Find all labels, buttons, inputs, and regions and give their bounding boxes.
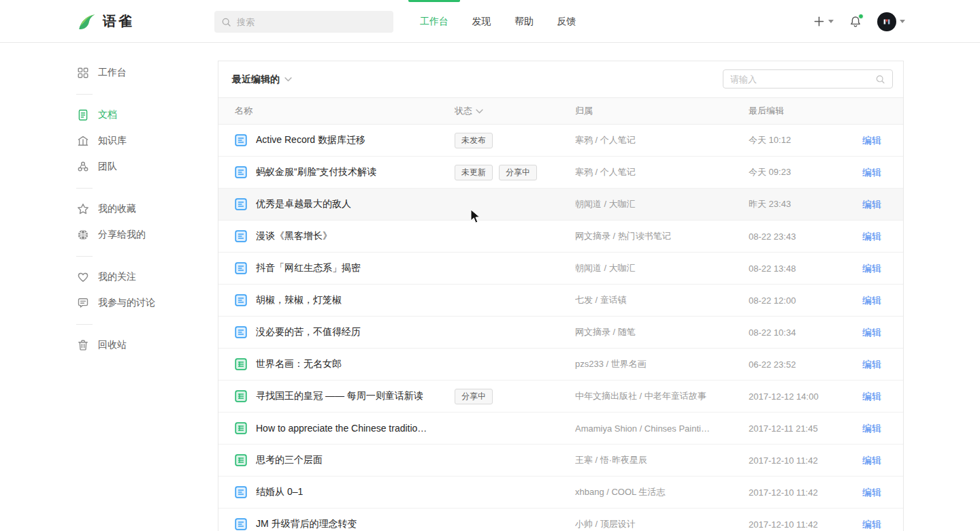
notifications-button[interactable]	[849, 15, 862, 29]
table-row[interactable]: 抖音「网红生态系」揭密 朝闻道 / 大咖汇 08-22 13:48 编辑	[218, 253, 903, 285]
column-header-status-label: 状态	[455, 105, 472, 117]
column-header-edited: 最后编辑	[749, 105, 862, 117]
account-menu[interactable]	[877, 12, 905, 31]
edit-link[interactable]: 编辑	[862, 199, 881, 210]
table-row[interactable]: 漫谈《黑客增长》 网文摘录 / 热门读书笔记 08-22 23:43 编辑	[218, 221, 903, 253]
doc-title[interactable]: 思考的三个层面	[256, 454, 323, 466]
sidebar-item-label: 我的收藏	[98, 203, 136, 215]
nav-tab-discover[interactable]: 发现	[472, 0, 491, 43]
sidebar-item-teams[interactable]: 团队	[76, 154, 206, 180]
doc-icon	[235, 486, 247, 498]
edit-link[interactable]: 编辑	[862, 391, 881, 402]
panel-search[interactable]	[723, 69, 893, 88]
sidebar-item-trash[interactable]: 回收站	[76, 332, 206, 358]
sidebar-item-following[interactable]: 我的关注	[76, 264, 206, 290]
logo-text: 语雀	[103, 12, 134, 31]
status-badge: 分享中	[455, 389, 493, 404]
sheet-icon	[235, 390, 247, 402]
edit-link[interactable]: 编辑	[862, 295, 881, 306]
sidebar-item-docs[interactable]: 文档	[76, 102, 206, 128]
table-row[interactable]: 没必要的苦，不值得经历 网文摘录 / 随笔 08-22 10:34 编辑	[218, 317, 903, 349]
edited-text: 2017-12-12 14:00	[749, 391, 862, 402]
header-search-input[interactable]	[237, 17, 373, 27]
edit-link[interactable]: 编辑	[862, 487, 881, 498]
edit-link[interactable]: 编辑	[862, 455, 881, 466]
docs-panel: 最近编辑的 名称 状态 归属 最后编辑 Active Record 数据库迁移 …	[218, 61, 904, 531]
sheet-icon	[235, 422, 247, 434]
doc-title[interactable]: 寻找国王的皇冠 —— 每周一则童话新读	[256, 390, 423, 402]
logo[interactable]: 语雀	[76, 0, 134, 43]
table-row[interactable]: 蚂蚁金服“刷脸”支付技术解读 未更新 分享中 寒鸦 / 个人笔记 今天 09:2…	[218, 157, 903, 189]
doc-title[interactable]: 漫谈《黑客增长》	[256, 230, 332, 242]
create-new-button[interactable]	[813, 16, 834, 27]
edit-link[interactable]: 编辑	[862, 263, 881, 274]
doc-title[interactable]: Active Record 数据库迁移	[256, 134, 365, 146]
header-actions	[813, 0, 905, 43]
doc-title[interactable]: 没必要的苦，不值得经历	[256, 326, 361, 338]
doc-title[interactable]: 优秀是卓越最大的敌人	[256, 198, 351, 210]
edit-link[interactable]: 编辑	[862, 327, 881, 338]
chevron-down-icon	[476, 109, 483, 114]
nav-tab-feedback[interactable]: 反馈	[557, 0, 576, 43]
avatar	[877, 12, 896, 31]
owner-text: 中年文摘出版社 / 中老年童话故事	[575, 390, 749, 402]
edit-link[interactable]: 编辑	[862, 135, 881, 146]
edit-link[interactable]: 编辑	[862, 519, 881, 530]
sidebar-item-knowledge-base[interactable]: 知识库	[76, 128, 206, 154]
edited-text: 06-22 23:52	[749, 359, 862, 370]
filter-bar: 最近编辑的	[218, 61, 903, 97]
table-row[interactable]: How to appreciate the Chinese traditio… …	[218, 413, 903, 445]
column-header-status[interactable]: 状态	[455, 105, 575, 117]
doc-title[interactable]: How to appreciate the Chinese traditio…	[256, 423, 427, 434]
table-row[interactable]: 世界名画：无名女郎 pzs233 / 世界名画 06-22 23:52 编辑	[218, 349, 903, 381]
edit-link[interactable]: 编辑	[862, 231, 881, 242]
doc-title[interactable]: 胡椒，辣椒，灯笼椒	[256, 294, 342, 306]
table-row[interactable]: 寻找国王的皇冠 —— 每周一则童话新读 分享中 中年文摘出版社 / 中老年童话故…	[218, 381, 903, 413]
table-row[interactable]: 优秀是卓越最大的敌人 朝闻道 / 大咖汇 昨天 23:43 编辑	[218, 189, 903, 221]
doc-title[interactable]: 抖音「网红生态系」揭密	[256, 262, 361, 274]
doc-title[interactable]: 世界名画：无名女郎	[256, 358, 342, 370]
column-header-owner: 归属	[575, 105, 749, 117]
search-icon	[875, 74, 885, 84]
sidebar-item-workbench[interactable]: 工作台	[76, 60, 206, 86]
doc-icon	[235, 134, 247, 146]
status-badge: 未发布	[455, 133, 493, 148]
table-row[interactable]: 结婚从 0–1 xhbang / COOL 生活志 2017-12-10 11:…	[218, 477, 903, 509]
owner-text: pzs233 / 世界名画	[575, 358, 749, 370]
owner-text: 七发 / 童话镇	[575, 294, 749, 306]
owner-text: 小帅 / 顶层设计	[575, 518, 749, 530]
sidebar-item-favorites[interactable]: 我的收藏	[76, 196, 206, 222]
table-row[interactable]: 思考的三个层面 王寒 / 悟·昨夜星辰 2017-12-10 11:42 编辑	[218, 445, 903, 477]
chevron-down-icon	[900, 20, 905, 23]
nav-tab-workbench[interactable]: 工作台	[420, 0, 448, 43]
nav-tab-help[interactable]: 帮助	[514, 0, 534, 43]
filter-dropdown[interactable]: 最近编辑的	[232, 74, 292, 86]
status-badge: 未更新	[455, 165, 493, 180]
doc-title[interactable]: 蚂蚁金服“刷脸”支付技术解读	[256, 166, 376, 178]
edit-link[interactable]: 编辑	[862, 423, 881, 434]
table-row[interactable]: Active Record 数据库迁移 未发布 寒鸦 / 个人笔记 今天 10:…	[218, 125, 903, 157]
top-nav: 工作台 发现 帮助 反馈	[420, 0, 596, 43]
edit-link[interactable]: 编辑	[862, 167, 881, 178]
table-row[interactable]: 胡椒，辣椒，灯笼椒 七发 / 童话镇 08-22 12:00 编辑	[218, 285, 903, 317]
doc-title[interactable]: 结婚从 0–1	[256, 486, 303, 498]
table-header: 名称 状态 归属 最后编辑	[218, 97, 903, 125]
sidebar-item-label: 我的关注	[98, 271, 136, 283]
sidebar-item-shared-with-me[interactable]: 分享给我的	[76, 222, 206, 248]
sidebar-item-discussions[interactable]: 我参与的讨论	[76, 290, 206, 316]
edited-text: 今天 09:23	[749, 166, 862, 178]
owner-text: 朝闻道 / 大咖汇	[575, 198, 749, 210]
sidebar-item-label: 工作台	[98, 67, 127, 79]
heart-icon	[76, 271, 89, 284]
trash-icon	[76, 339, 89, 352]
edit-link[interactable]: 编辑	[862, 359, 881, 370]
sheet-icon	[235, 454, 247, 466]
panel-search-input[interactable]	[730, 74, 875, 84]
doc-icon	[235, 518, 247, 530]
globe-icon	[76, 229, 89, 242]
sidebar-item-label: 回收站	[98, 339, 127, 351]
table-row[interactable]: JM 升级背后的理念转变 小帅 / 顶层设计 2017-12-10 11:42 …	[218, 509, 903, 531]
header-search[interactable]	[214, 11, 393, 33]
sidebar: 工作台 文档 知识库 团队	[76, 60, 206, 358]
doc-title[interactable]: JM 升级背后的理念转变	[256, 518, 357, 530]
